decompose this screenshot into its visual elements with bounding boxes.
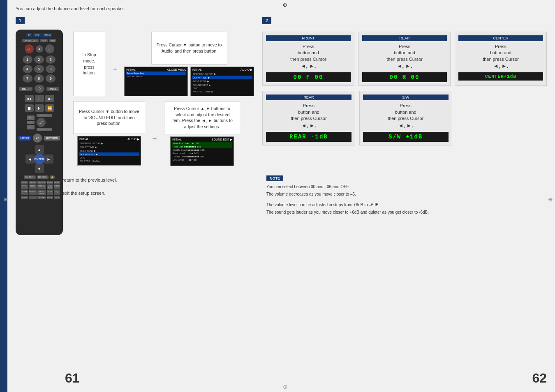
page-container: You can adjust the balance and level for…	[0, 0, 555, 392]
crosshair-bottom: ⊕	[283, 383, 288, 390]
front-press-instruction: Pressbutton andthen press Cursor ◄, ►.	[266, 44, 351, 70]
main-content: You can adjust the balance and level for…	[7, 0, 555, 392]
note-4: The sound gets louder as you move closer…	[266, 209, 547, 215]
right-top-grid: FRONT Pressbutton andthen press Cursor ◄…	[262, 32, 547, 86]
rear-panel-2: REAR Pressbutton andthen press Cursor ◄,…	[262, 91, 355, 145]
step2-instruction-left: Press Cursor ▼ button to move to 'SOUND …	[73, 101, 145, 134]
rear2-press-instruction: Pressbutton andthen press Cursor ◄, ►.	[266, 103, 352, 129]
rear-panel: REAR Pressbutton andthen press Cursor ◄,…	[358, 32, 451, 86]
center-level-display: CENTER+1dB	[458, 72, 543, 81]
steps-area: In Stop mode, press button. → Press Curs…	[73, 32, 254, 166]
note-text: You can select between 00 and –06 and OF…	[266, 184, 547, 197]
step2-arrow: →	[151, 101, 158, 166]
rear2-level-display: REAR -1dB	[266, 132, 352, 142]
front-cursor-arrows: ◄, ►.	[301, 63, 316, 69]
rear-panel-2-header: REAR	[266, 95, 352, 100]
screen1: INITIALCLOSE MENU Press Enter key No Dis…	[124, 67, 188, 96]
note-header: NOTE	[266, 175, 283, 181]
rear-cursor-arrows: ◄, ►.	[397, 63, 412, 69]
rear-press-instruction: Pressbutton andthen press Cursor ◄, ►.	[362, 44, 447, 70]
crosshair-top: ⊕	[283, 2, 287, 8]
center-cursor-arrows: ◄, ►.	[493, 63, 509, 69]
front-panel: FRONT Pressbutton andthen press Cursor ◄…	[262, 32, 354, 86]
right-bottom-grid: REAR Pressbutton andthen press Cursor ◄,…	[262, 91, 452, 145]
front-panel-header: FRONT	[266, 35, 351, 41]
rear-level-display: 00 R 00	[362, 72, 447, 82]
sw-panel: S/W Pressbutton andthen press Cursor ◄, …	[359, 91, 452, 145]
crosshair-right: ⊕	[548, 196, 553, 203]
center-panel-header: CENTER	[458, 35, 543, 41]
remote-control: TV DVD FM/AM OPEN/CLOSE AUX USB ⏻ 4 📺	[16, 30, 63, 235]
note-text-2: The volume level can be adjusted in step…	[266, 202, 547, 215]
center-panel: CENTER Pressbutton andthen press Cursor …	[455, 32, 547, 86]
bottom-section: Press button to return to the previous l…	[16, 175, 547, 217]
crosshair-left: ⊕	[3, 196, 8, 203]
right-section: 2 FRONT Pressbutton andthen press Cursor…	[262, 17, 547, 171]
sw-press-instruction: Pressbutton andthen press Cursor ◄, ►.	[363, 103, 449, 129]
step1-press-instruction: Press Cursor ▼ button to move to 'Audio'…	[151, 32, 227, 65]
main-area: 1 TV DVD FM/AM OPEN/CLOSE AUX USB	[16, 17, 547, 171]
note-3: The volume level can be adjusted in step…	[266, 202, 547, 208]
screen2: INITIALAUDIO ▶ SPEAKER SETUP ▶ DELAY TIM…	[190, 67, 254, 96]
front-level-display: 00 F 00	[266, 72, 351, 82]
left-section-header: 1	[16, 17, 25, 24]
bottom-right: NOTE You can select between 00 and –06 a…	[266, 175, 547, 217]
note-1: You can select between 00 and –06 and OF…	[266, 184, 547, 190]
sw-level-display: S/W +1dB	[363, 132, 449, 142]
note-2: The volume decreases as you move closer …	[266, 191, 547, 197]
step1-arrow: →	[111, 32, 118, 96]
right-page-number: 62	[532, 371, 547, 386]
sw-cursor-arrows: ◄, ►.	[398, 122, 413, 129]
rear2-cursor-arrows: ◄, ►.	[301, 122, 317, 129]
step-row-2: Press Cursor ▼ button to move to 'SOUND …	[73, 101, 254, 166]
screen4: INITIALSOUND EDIT ▶ Front Edit —■ ■ 1dB …	[170, 136, 234, 166]
right-section-header: 2	[262, 17, 271, 24]
rear-panel-header: REAR	[362, 35, 447, 41]
step2-instruction-right: Press Cursor ▲,▼ buttons to select and a…	[164, 101, 240, 134]
top-description: You can adjust the balance and level for…	[16, 6, 547, 11]
step-row-1: In Stop mode, press button. → Press Curs…	[73, 32, 254, 96]
left-section: 1 TV DVD FM/AM OPEN/CLOSE AUX USB	[16, 17, 254, 171]
left-page-number: 61	[65, 371, 80, 386]
screen3: INITIALAUDIO ▶ SPEAKER SETUP ▶ DELAY TIM…	[77, 136, 141, 166]
center-press-instruction: Pressbutton andthen press Cursor ◄, ►.	[458, 44, 543, 70]
sw-panel-header: S/W	[363, 95, 449, 100]
step1-instruction: In Stop mode, press button.	[73, 32, 105, 96]
